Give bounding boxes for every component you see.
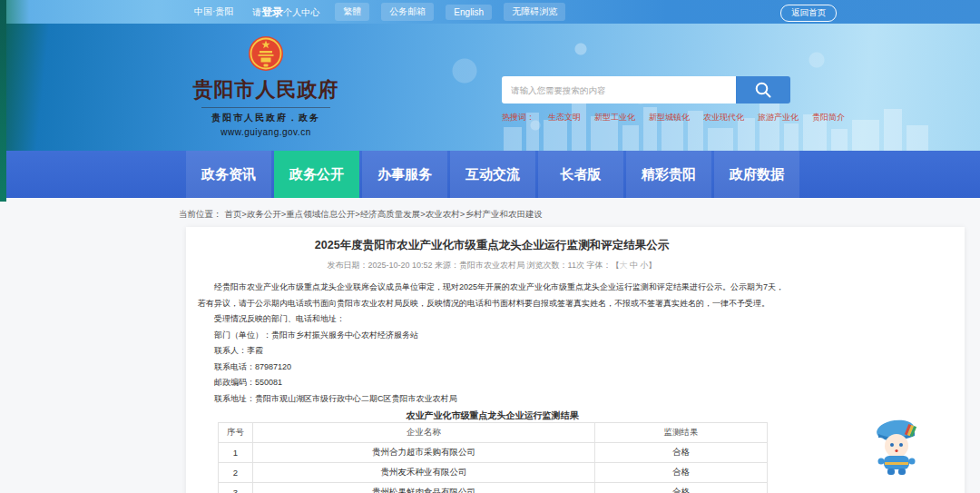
breadcrumb-label: 当前位置： — [179, 209, 222, 219]
article-paragraph: 邮政编码：550081 — [198, 375, 786, 391]
login-bold: 登录 — [261, 5, 283, 18]
nav-item-interaction[interactable]: 互动交流 — [450, 151, 535, 198]
hot-search-term[interactable]: 新型工业化 — [594, 112, 635, 123]
nav-item-highlights[interactable]: 精彩贵阳 — [626, 151, 711, 198]
cell-company: 贵州合力超市采购有限公司 — [253, 443, 595, 463]
meta-publish-date: 发布日期：2025-10-20 10:52 — [328, 261, 433, 270]
mascot-assistant[interactable] — [867, 416, 927, 478]
site-header: 贵阳市人民政府 贵阳市人民政府．政务 www.guiyang.gov.cn 热搜… — [0, 24, 980, 151]
meta-source: 来源：贵阳市农业农村局 — [435, 261, 524, 270]
topbar-links: 中国·贵阳 请登录个人中心 繁體 公务邮箱 English 无障碍浏览 — [191, 0, 565, 24]
back-to-home-button[interactable]: 返回首页 — [780, 5, 837, 22]
monitor-result-table-wrap: 农业产业化市级重点龙头企业运行监测结果 序号 企业名称 监测结果 1 贵州合力超… — [218, 409, 767, 493]
article-paragraph: 联系地址：贵阳市观山湖区市级行政中心二期C区贵阳市农业农村局 — [198, 391, 786, 408]
article-meta: 发布日期：2025-10-20 10:52 来源：贵阳市农业农村局 浏览次数：1… — [198, 260, 786, 271]
topbar-link-login[interactable]: 请登录个人中心 — [249, 3, 323, 22]
hot-search-term[interactable]: 旅游产业化 — [758, 112, 799, 123]
left-edge-decor — [0, 0, 6, 202]
topbar: 中国·贵阳 请登录个人中心 繁體 公务邮箱 English 无障碍浏览 返回首页 — [0, 0, 980, 24]
topbar-link-mail[interactable]: 公务邮箱 — [381, 3, 434, 21]
site-logo[interactable]: 贵阳市人民政府 贵阳市人民政府．政务 www.guiyang.gov.cn — [191, 35, 341, 137]
search-input[interactable] — [502, 76, 736, 104]
search-icon — [753, 80, 773, 100]
cell-result: 合格 — [595, 463, 768, 483]
search-button[interactable] — [736, 76, 790, 104]
article-paragraph: 联系人：李霞 — [198, 343, 786, 360]
topbar-link-accessibility[interactable]: 无障碍浏览 — [504, 3, 565, 21]
breadcrumb-path[interactable]: 首页>政务公开>重点领域信息公开>经济高质量发展>农业农村>乡村产业和农田建设 — [224, 209, 543, 219]
table-header-row: 序号 企业名称 监测结果 — [219, 423, 768, 443]
main-nav-items: 政务资讯 政务公开 办事服务 互动交流 长者版 精彩贵阳 政府数据 — [186, 151, 802, 198]
meta-font-label: 字体： — [586, 261, 611, 270]
col-header-index: 序号 — [219, 423, 253, 443]
cell-index: 1 — [219, 443, 253, 463]
table-caption: 农业产业化市级重点龙头企业运行监测结果 — [218, 409, 767, 422]
hot-search-label: 热搜词： — [502, 112, 534, 123]
table-row: 1 贵州合力超市采购有限公司 合格 — [219, 443, 768, 463]
login-pre: 请 — [252, 7, 261, 17]
login-post: 个人中心 — [283, 7, 319, 17]
topbar-link-english[interactable]: English — [446, 5, 492, 20]
article-paragraph: 经贵阳市农业产业化市级重点龙头企业联席会议成员单位审定，现对2025年开展的农业… — [198, 280, 786, 311]
article-paragraph: 受理情况反映的部门、电话和地址： — [198, 311, 786, 328]
site-url: www.guiyang.gov.cn — [191, 127, 341, 137]
cell-company: 贵州松果鲜肉食品有限公司 — [253, 483, 595, 493]
col-header-result: 监测结果 — [595, 423, 768, 443]
hot-search-term[interactable]: 生态文明 — [548, 112, 581, 123]
article-body: 经贵阳市农业产业化市级重点龙头企业联席会议成员单位审定，现对2025年开展的农业… — [198, 280, 786, 407]
nav-item-services[interactable]: 办事服务 — [362, 151, 447, 198]
hot-search-term[interactable]: 贵阳简介 — [812, 112, 845, 123]
search-bar — [502, 76, 790, 104]
nav-item-gov-data[interactable]: 政府数据 — [714, 151, 799, 198]
table-row: 3 贵州松果鲜肉食品有限公司 合格 — [219, 483, 768, 493]
article-card: 2025年度贵阳市农业产业化市级重点龙头企业运行监测和评定结果公示 发布日期：2… — [186, 227, 965, 493]
cell-index: 3 — [219, 483, 253, 493]
hot-search-term[interactable]: 农业现代化 — [703, 112, 744, 123]
nav-item-news[interactable]: 政务资讯 — [186, 151, 271, 198]
hot-search-term[interactable]: 新型城镇化 — [649, 112, 690, 123]
cell-company: 贵州友禾种业有限公司 — [253, 463, 595, 483]
font-size-large[interactable]: 大 — [619, 261, 627, 270]
topbar-link-region[interactable]: 中国·贵阳 — [191, 4, 237, 20]
mascot-icon — [867, 416, 927, 478]
nav-item-gov-disclosure[interactable]: 政务公开 — [274, 151, 359, 198]
site-subtitle: 贵阳市人民政府．政务 — [201, 107, 330, 124]
cell-result: 合格 — [595, 483, 768, 493]
nav-item-senior[interactable]: 长者版 — [538, 151, 623, 198]
article-paragraph: 部门（单位）：贵阳市乡村振兴服务中心农村经济服务站 — [198, 328, 786, 344]
cell-result: 合格 — [595, 443, 768, 463]
font-size-medium[interactable]: 中 — [630, 261, 638, 270]
table-row: 2 贵州友禾种业有限公司 合格 — [219, 463, 768, 483]
hot-search-row: 热搜词： 生态文明 新型工业化 新型城镇化 农业现代化 旅游产业化 贵阳简介 — [502, 112, 845, 123]
meta-views: 浏览次数：11次 — [527, 261, 584, 270]
cell-index: 2 — [219, 463, 253, 483]
main-nav: 政务资讯 政务公开 办事服务 互动交流 长者版 精彩贵阳 政府数据 — [0, 151, 980, 198]
topbar-link-traditional[interactable]: 繁體 — [335, 3, 369, 21]
breadcrumb: 当前位置： 首页>政务公开>重点领域信息公开>经济高质量发展>农业农村>乡村产业… — [179, 209, 543, 221]
site-title: 贵阳市人民政府 — [191, 76, 341, 104]
article-paragraph: 联系电话：87987120 — [198, 360, 786, 376]
national-emblem-icon — [248, 35, 284, 74]
meta-bracket: 】 — [648, 261, 656, 270]
article-title: 2025年度贵阳市农业产业化市级重点龙头企业运行监测和评定结果公示 — [198, 238, 786, 252]
city-skyline — [504, 100, 928, 151]
col-header-company: 企业名称 — [253, 423, 595, 443]
monitor-result-table: 序号 企业名称 监测结果 1 贵州合力超市采购有限公司 合格 2 贵州友禾种业有… — [218, 422, 768, 493]
